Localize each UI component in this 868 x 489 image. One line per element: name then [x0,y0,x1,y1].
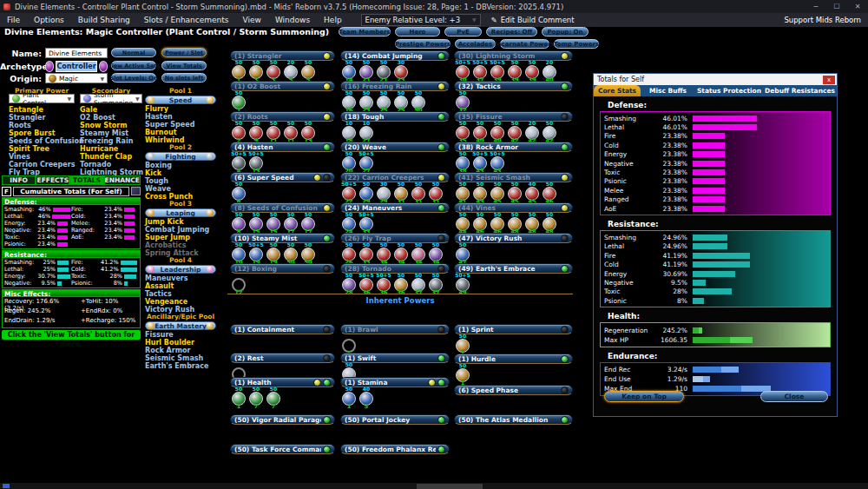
powerlist-item[interactable]: Acrobatics [145,241,216,249]
power-bar[interactable]: (6) Speed Phase [454,385,573,395]
menu-item-slots-enhancements[interactable]: Slots / Enhancements [137,13,236,27]
enhancement-slot[interactable]: 5050 [299,244,317,265]
pool-orb-icon[interactable] [148,266,155,273]
enhancement-slot[interactable]: 5021 [375,62,392,83]
powerlist-item[interactable]: Assault [145,282,216,290]
enhancement-slot[interactable]: 5023 [358,92,375,113]
enhancement-slot[interactable]: 5039 [523,62,541,83]
enhancement-slot[interactable]: 50+537 [471,62,489,83]
powerlist-item[interactable]: Tough [145,177,216,185]
enhancement-slot[interactable]: 5025 [375,92,392,113]
enhancement-slot[interactable]: 5050 [410,92,427,113]
archetype-select[interactable]: Controller [45,61,108,72]
enhancement-slot[interactable]: 5041 [454,183,471,204]
enhancement-slot[interactable]: 508 [230,214,247,235]
powerlist-item[interactable]: Entangle [9,106,84,114]
name-input[interactable]: Divine Elements [45,48,108,58]
enemy-level-select[interactable]: Enemy Relative Level: +3▼ [361,14,481,26]
enhancement-slot[interactable]: 1018 [340,122,358,143]
powerlist-item[interactable]: Seeds of Confusion [9,137,84,145]
archetype-orb-icon[interactable] [45,61,54,72]
enhancement-slot[interactable]: 5046 [471,214,489,235]
enhancement-slot[interactable]: 507 [265,388,282,409]
pool-orb-icon[interactable] [148,209,155,216]
enhancement-slot[interactable]: 5034 [375,244,392,265]
powerlist-item[interactable]: Gale [80,106,143,114]
enhancement-slot[interactable]: 5015 [265,214,282,235]
pool-orb-icon[interactable] [148,153,155,160]
enhancement-slot[interactable]: 50+549 [454,274,471,295]
pool-select[interactable]: Leaping [145,208,216,217]
enhancement-slot[interactable]: 50+530 [454,62,471,83]
enhancement-slot[interactable]: 5015 [247,214,265,235]
powerlist-item[interactable]: Tornado [80,161,143,169]
enhancement-slot[interactable]: 509 [247,122,265,143]
powerlist-item[interactable]: Jump Kick [145,218,216,226]
control-button-slot-levels-on[interactable]: Slot Levels: On [111,73,156,83]
enhancement-slot[interactable]: 50+543 [471,153,489,174]
enhancement-slot[interactable]: 5029 [358,183,375,204]
menu-item-help[interactable]: Help [317,13,349,27]
enhancement-slot[interactable]: 5037 [427,274,444,295]
enhancement-slot[interactable]: 205 [282,62,299,83]
enhancement-slot[interactable]: 5016 [340,92,358,113]
enhancement-slot[interactable]: 2042 [523,122,541,143]
power-bar[interactable]: (50) The Atlas Medallion [454,414,573,425]
enhancement-slot[interactable]: 4045 [523,183,541,204]
enhancement-slot[interactable]: 5039 [506,62,523,83]
powerlist-item[interactable]: Spirit Tree [9,145,84,153]
pool-orb-icon[interactable] [148,322,155,329]
menu-item-options[interactable]: Options [27,13,71,27]
pool-select[interactable]: Earth Mastery [145,321,216,330]
powerlist-item[interactable]: Thunder Clap [80,153,143,161]
top-button-popup-on[interactable]: Popup: On [542,27,589,36]
origin-select[interactable]: Magic ▼ [45,73,108,83]
pool-orb-icon[interactable] [207,96,214,103]
power-bar[interactable]: (12) Boxing [230,263,335,274]
enhancement-slot[interactable]: 50+522 [340,183,358,204]
powerlist-item[interactable]: Weave [145,185,216,193]
powerlist-item[interactable]: Maneuvers [145,274,216,282]
enhancement-slot[interactable]: 5031 [427,183,444,204]
top-button-team-members[interactable]: Team Members [339,27,391,36]
power-bar[interactable]: (2) Rest [230,353,335,363]
enhancement-slot[interactable]: 5034 [427,244,444,265]
powerlist-item[interactable]: Earth's Embrace [145,362,216,370]
powerlist-item[interactable]: Vengeance [145,298,216,306]
enhancement-slot[interactable]: 5038 [454,153,471,174]
enhancement-slot[interactable]: 50+54 [230,153,247,174]
enhancement-slot[interactable]: 5045 [489,183,506,204]
enhancement-slot[interactable]: 50+539 [489,62,506,83]
top-button-hero[interactable]: Hero [395,27,440,36]
enhancement-slot[interactable]: 5040 [471,122,489,143]
top-button-prestige-powers[interactable]: Prestige Powers [395,39,450,49]
powerlist-item[interactable]: O2 Boost [80,114,143,122]
top-button-temp-powers[interactable]: Temp Powers [554,39,599,49]
enhancement-slot[interactable]: 501 [230,62,247,83]
enhancement-slot[interactable]: 507 [247,388,265,409]
enhancement-slot[interactable]: 5032 [454,92,471,113]
totals-tab-misc-buffs[interactable]: Misc Buffs [641,85,695,96]
pool-orb-icon[interactable] [207,153,214,160]
close-button[interactable]: Close [760,391,828,402]
enhancement-slot[interactable]: 5036 [392,274,410,295]
control-button-no-slots-left[interactable]: No slots left [161,73,207,83]
power-bar[interactable]: (32) Tactics [454,81,573,91]
secondary-set-select[interactable]: Storm Summoning ▼ [80,94,142,103]
enhancement-slot[interactable]: 50+527 [358,153,375,174]
enhancement-slot[interactable]: 5045 [506,183,523,204]
panel-f-button[interactable]: F [2,187,11,196]
pool-select[interactable]: Fighting [145,152,216,161]
pool-orb-icon[interactable] [207,266,214,273]
enhancement-slot[interactable]: 50+533 [358,214,375,235]
enhancement-slot[interactable]: 503 [247,62,265,83]
power-bar[interactable]: (50) Freedom Phalanx Reserve [340,444,450,454]
enhancement-slot[interactable]: 5046 [489,214,506,235]
powerlist-item[interactable]: Vines [9,153,84,161]
top-button-pve[interactable]: PvE [444,27,482,36]
enhancement-slot[interactable]: 5019 [265,244,282,265]
powerlist-item[interactable]: Flurry [145,105,216,113]
enhancement-slot[interactable]: 5020 [340,153,358,174]
enhancement-slot[interactable]: 5028 [340,274,358,295]
powerlist-item[interactable]: Burnout [145,129,216,136]
